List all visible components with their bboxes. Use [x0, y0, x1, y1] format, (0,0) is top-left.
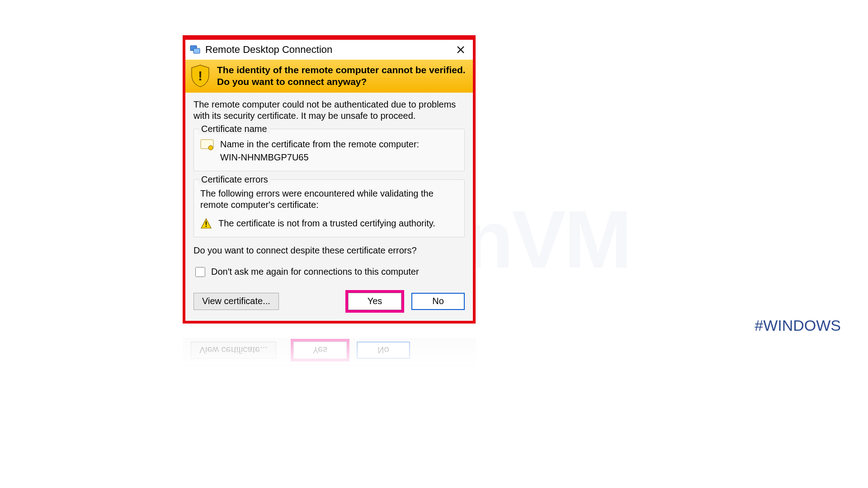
connect-question: Do you want to connect despite these cer… — [193, 245, 465, 256]
dialog-reflection: View certificate... Yes No — [183, 338, 476, 370]
certificate-error-row: ! The certificate is not from a trusted … — [200, 218, 458, 230]
certificate-name-label: Name in the certificate from the remote … — [220, 138, 419, 150]
certificate-errors-group: Certificate errors The following errors … — [193, 179, 465, 237]
svg-text:!: ! — [205, 221, 207, 228]
certificate-error-text: The certificate is not from a trusted ce… — [218, 218, 435, 229]
certificate-errors-intro: The following errors were encountered wh… — [200, 188, 458, 211]
shield-warning-icon: ! — [190, 64, 211, 88]
dialog-title: Remote Desktop Connection — [205, 44, 451, 56]
dialog-button-row: View certificate... Yes No — [193, 290, 465, 313]
titlebar: Remote Desktop Connection — [185, 40, 473, 60]
dont-ask-row: Don't ask me again for connections to th… — [193, 266, 465, 278]
certificate-errors-legend: Certificate errors — [198, 174, 271, 185]
no-button[interactable]: No — [411, 293, 465, 310]
dialog-body: The remote computer could not be authent… — [185, 93, 473, 321]
intro-text: The remote computer could not be authent… — [193, 99, 465, 122]
view-certificate-button[interactable]: View certificate... — [193, 293, 279, 310]
svg-text:!: ! — [198, 68, 203, 83]
rdp-certificate-warning-dialog: Remote Desktop Connection ! The identity… — [183, 35, 476, 324]
dont-ask-label[interactable]: Don't ask me again for connections to th… — [211, 267, 419, 277]
svg-point-6 — [208, 145, 213, 150]
rdp-app-icon — [190, 44, 201, 55]
hashtag-label: #WINDOWS — [755, 317, 841, 334]
warning-banner: ! The identity of the remote computer ca… — [185, 60, 473, 93]
svg-rect-1 — [193, 48, 200, 53]
dont-ask-checkbox[interactable] — [195, 267, 205, 277]
warning-triangle-icon: ! — [200, 218, 212, 230]
warning-banner-text: The identity of the remote computer cann… — [217, 64, 467, 88]
reflection-view-button: View certificate... — [191, 342, 276, 359]
reflection-yes-button: Yes — [293, 342, 347, 359]
close-icon — [457, 46, 465, 54]
yes-button[interactable]: Yes — [348, 293, 401, 310]
close-button[interactable] — [451, 42, 470, 58]
yes-button-highlight: Yes — [345, 290, 404, 313]
reflection-no-button: No — [357, 342, 410, 359]
certificate-icon — [200, 138, 214, 152]
certificate-name-value: WIN-NHNMBGP7U65 — [220, 151, 419, 164]
certificate-name-group: Certificate name Name in the certificate… — [193, 129, 465, 171]
certificate-name-legend: Certificate name — [198, 124, 270, 134]
